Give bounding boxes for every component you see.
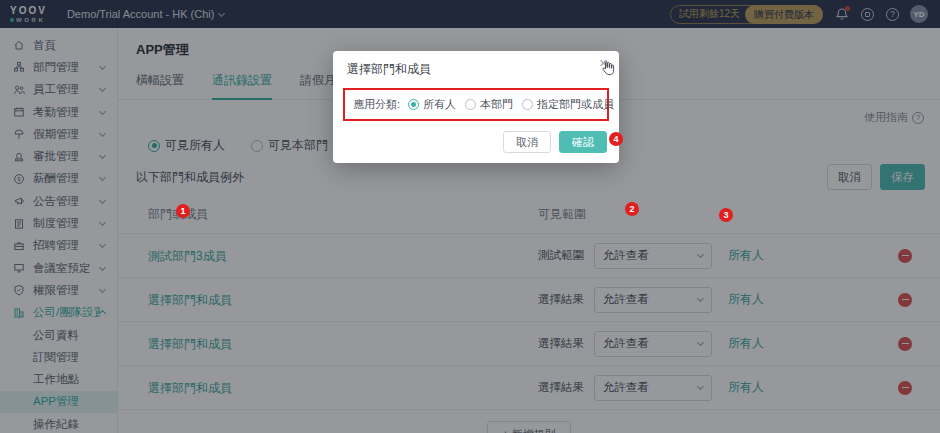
radio-icon (522, 99, 533, 110)
field-label: 應用分類: (353, 97, 400, 112)
annotation-step-3: 3 (719, 208, 733, 222)
modal-title: 選擇部門和成員 (333, 51, 619, 78)
modal-confirm-button[interactable]: 確認 (559, 131, 607, 153)
radio-icon (408, 99, 419, 110)
radio-this-department[interactable]: 本部門 (465, 97, 513, 112)
annotation-step-1: 1 (176, 204, 190, 218)
app-screen: YOOV WORK Demo/Trial Account - HK (Chi) … (0, 0, 940, 433)
annotation-highlight-box: 應用分類: 所有人 本部門 指定部門或成員 (343, 88, 609, 121)
modal-cancel-button[interactable]: 取消 (503, 131, 551, 153)
close-icon[interactable]: ✕ (599, 58, 608, 69)
radio-icon (465, 99, 476, 110)
apply-category-radio-group: 所有人 本部門 指定部門或成員 (408, 97, 614, 112)
radio-specified-members[interactable]: 指定部門或成員 (522, 97, 614, 112)
radio-everyone[interactable]: 所有人 (408, 97, 456, 112)
annotation-step-2: 2 (625, 202, 639, 216)
annotation-step-4: 4 (609, 132, 623, 146)
select-department-modal: 選擇部門和成員 ✕ 應用分類: 所有人 本部門 指定部門或成員 取消 確認 4 (333, 51, 619, 163)
